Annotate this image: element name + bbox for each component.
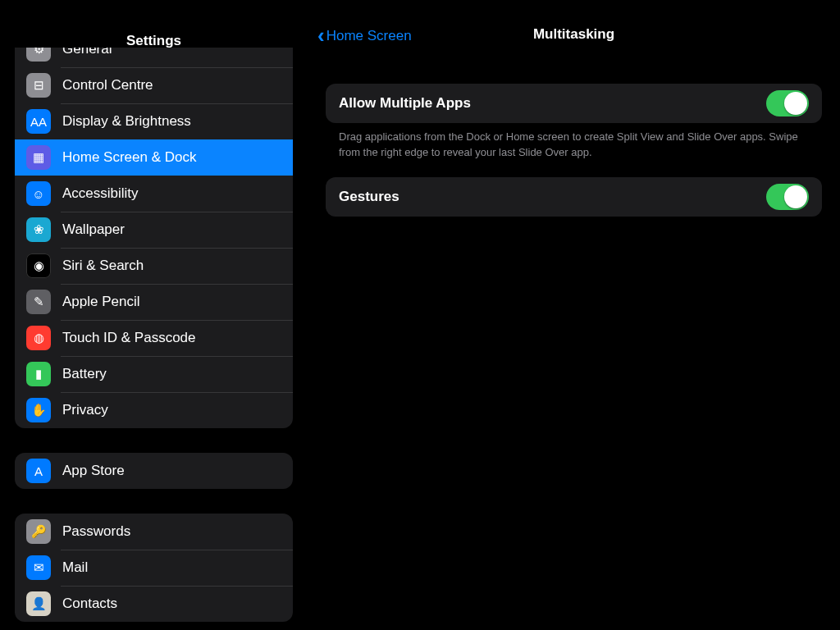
sidebar-item-contacts[interactable]: 👤Contacts [15,586,293,622]
chevron-left-icon: ‹ [317,30,325,43]
sidebar-item-wallpaper[interactable]: ❀Wallpaper [15,212,293,248]
sidebar-item-touchid[interactable]: ◍Touch ID & Passcode [15,320,293,356]
sidebar-item-label: Siri & Search [62,258,281,274]
sidebar-item-label: General [62,48,281,57]
sidebar-item-label: App Store [62,463,281,479]
sidebar-item-app-store[interactable]: AApp Store [15,453,293,489]
allow-multiple-apps-toggle[interactable] [766,90,809,116]
accessibility-icon: ☺ [26,181,51,206]
back-button[interactable]: ‹ Home Screen [317,28,412,44]
sidebar-item-display[interactable]: AADisplay & Brightness [15,103,293,139]
sidebar-item-privacy[interactable]: ✋Privacy [15,392,293,428]
detail-pane: ‹ Home Screen Multitasking Allow Multipl… [308,0,840,630]
control-centre-icon: ⊟ [26,73,51,98]
sidebar-item-label: Battery [62,366,281,382]
passwords-icon: 🔑 [26,519,51,544]
sidebar-item-mail[interactable]: ✉Mail [15,550,293,586]
allow-multiple-apps-card: Allow Multiple Apps [326,84,822,123]
sidebar-item-apple-pencil[interactable]: ✎Apple Pencil [15,284,293,320]
app-store-icon: A [26,459,51,483]
apple-pencil-icon: ✎ [26,290,51,314]
sidebar-item-control-centre[interactable]: ⊟Control Centre [15,67,293,103]
gestures-card: Gestures [326,177,822,217]
allow-multiple-apps-footer: Drag applications from the Dock or Home … [326,123,822,177]
sidebar-item-accessibility[interactable]: ☺Accessibility [15,176,293,212]
sidebar-item-label: Home Screen & Dock [62,149,281,166]
gestures-label: Gestures [339,189,399,205]
sidebar-item-label: Mail [62,559,281,576]
sidebar-item-label: Privacy [62,402,281,418]
sidebar-item-passwords[interactable]: 🔑Passwords [15,514,293,550]
sidebar-item-label: Wallpaper [62,221,281,238]
general-icon: ⚙︎ [26,48,51,62]
sidebar-item-label: Contacts [62,596,281,612]
battery-icon: ▮ [26,362,51,386]
back-label: Home Screen [326,28,412,44]
privacy-icon: ✋ [26,398,51,422]
home-dock-icon: ▦ [26,145,51,170]
touchid-icon: ◍ [26,326,51,350]
gestures-toggle[interactable] [766,184,809,210]
sidebar-item-siri[interactable]: ◉Siri & Search [15,248,293,284]
contacts-icon: 👤 [26,591,51,616]
detail-title: Multitasking [533,26,614,43]
siri-icon: ◉ [26,253,51,278]
sidebar-item-label: Control Centre [62,77,281,94]
mail-icon: ✉ [26,555,51,580]
sidebar-item-label: Passwords [62,523,281,540]
wallpaper-icon: ❀ [26,217,51,242]
sidebar-item-label: Touch ID & Passcode [62,330,281,346]
sidebar-item-label: Display & Brightness [62,113,281,130]
sidebar-item-home-dock[interactable]: ▦Home Screen & Dock [15,139,293,176]
allow-multiple-apps-label: Allow Multiple Apps [339,95,471,112]
detail-navbar: ‹ Home Screen Multitasking [308,0,840,51]
sidebar-item-general[interactable]: ⚙︎General [15,48,293,67]
display-icon: AA [26,109,51,134]
sidebar-item-label: Accessibility [62,185,281,202]
sidebar-item-battery[interactable]: ▮Battery [15,356,293,392]
settings-sidebar: Settings ⚙︎General⊟Control CentreAADispl… [0,0,308,630]
sidebar-item-label: Apple Pencil [62,294,281,310]
